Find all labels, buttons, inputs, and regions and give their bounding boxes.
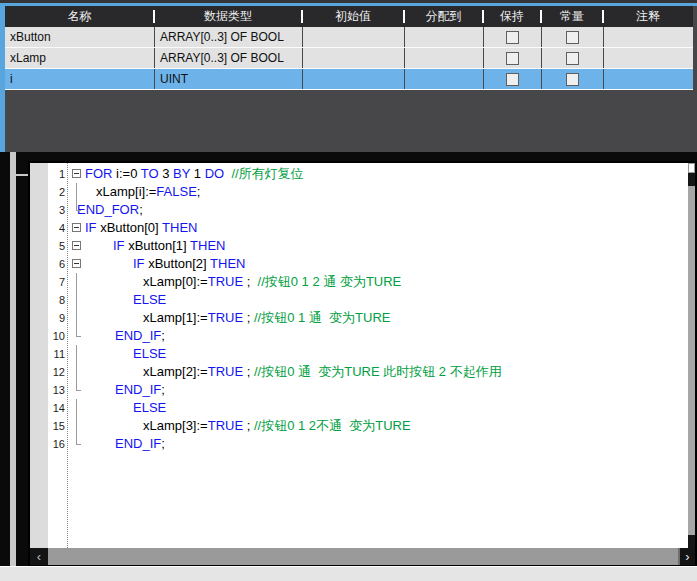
scroll-down-button[interactable] <box>688 535 695 548</box>
code-line-body[interactable]: ELSE <box>72 345 687 363</box>
st-code-editor[interactable]: 1FOR i:=0 TO 3 BY 1 DO //所有灯复位2xLamp[i]:… <box>28 161 697 567</box>
variable-row[interactable]: xButtonARRAY[0..3] OF BOOL <box>5 27 693 48</box>
column-header-5[interactable]: 保持 <box>483 6 541 27</box>
code-text: xLamp[1]:=TRUE ; //按钮0 1 通 变为TURE <box>143 310 390 325</box>
code-segment-pl: 3 <box>159 166 173 181</box>
code-line[interactable]: 3END_FOR; <box>30 201 687 219</box>
code-line-body[interactable]: END_IF; <box>72 327 687 345</box>
constant-cell <box>541 69 603 89</box>
fold-collapse-icon[interactable] <box>72 259 81 268</box>
retain-checkbox[interactable] <box>506 73 519 86</box>
code-line-body[interactable]: xLamp[3]:=TRUE ; //按钮0 1 2不通 变为TURE <box>72 417 687 435</box>
code-segment-kw: TRUE <box>208 418 243 433</box>
fold-collapse-icon[interactable] <box>72 169 81 178</box>
code-line[interactable]: 9xLamp[1]:=TRUE ; //按钮0 1 通 变为TURE <box>30 309 687 327</box>
code-line-body[interactable]: xLamp[i]:=FALSE; <box>72 183 687 201</box>
code-segment-kw: THEN <box>210 256 245 271</box>
code-segment-cm: //按钮0 通 变为TURE 此时按钮 2 不起作用 <box>254 364 502 379</box>
column-header-4[interactable]: 分配到 <box>404 6 483 27</box>
type-cell-text: UINT <box>160 72 188 86</box>
type-cell: UINT <box>154 69 302 89</box>
code-line[interactable]: 6IF xButton[2] THEN <box>30 255 687 273</box>
code-line-body[interactable]: END_FOR; <box>72 201 687 219</box>
code-line-body[interactable]: FOR i:=0 TO 3 BY 1 DO //所有灯复位 <box>72 165 687 183</box>
code-line-body[interactable]: END_IF; <box>72 381 687 399</box>
code-segment-pl: ; <box>243 274 257 289</box>
code-line-body[interactable]: xLamp[1]:=TRUE ; //按钮0 1 通 变为TURE <box>72 309 687 327</box>
horizontal-scrollbar[interactable]: ‹ › <box>30 548 695 565</box>
column-header-6[interactable]: 常量 <box>541 6 603 27</box>
vertical-scrollbar[interactable] <box>688 163 695 548</box>
fold-indent-guide <box>72 363 82 381</box>
code-lines[interactable]: 1FOR i:=0 TO 3 BY 1 DO //所有灯复位2xLamp[i]:… <box>30 165 687 453</box>
fold-indent-guide <box>72 345 82 363</box>
code-line[interactable]: 13END_IF; <box>30 381 687 399</box>
vertical-scrollbar-thumb[interactable] <box>688 173 695 186</box>
vertical-scrollbar-track[interactable] <box>688 186 695 535</box>
horizontal-scrollbar-thumb[interactable] <box>48 548 678 565</box>
constant-checkbox[interactable] <box>566 73 579 86</box>
column-header-label: 初始值 <box>335 8 371 25</box>
code-line[interactable]: 8ELSE <box>30 291 687 309</box>
fold-indent-guide <box>72 309 82 327</box>
header-column-separator <box>153 10 155 23</box>
column-header-3[interactable]: 初始值 <box>302 6 404 27</box>
column-header-1[interactable]: 名称 <box>5 6 154 27</box>
code-line[interactable]: 1FOR i:=0 TO 3 BY 1 DO //所有灯复位 <box>30 165 687 183</box>
variable-row[interactable]: iUINT <box>5 69 693 90</box>
fold-collapse-icon[interactable] <box>72 241 81 250</box>
scrollbar-split-handle[interactable] <box>688 163 695 173</box>
code-line-body[interactable]: IF xButton[0] THEN <box>72 219 687 237</box>
name-cell: xLamp <box>5 48 154 68</box>
column-header-7[interactable]: 注释 <box>603 6 693 27</box>
code-line[interactable]: 5IF xButton[1] THEN <box>30 237 687 255</box>
scroll-right-button[interactable]: › <box>680 548 695 565</box>
line-number: 15 <box>30 417 68 435</box>
code-line-body[interactable]: IF xButton[2] THEN <box>72 255 687 273</box>
assign-cell <box>404 27 483 47</box>
code-segment-kw: FALSE <box>156 184 196 199</box>
code-line[interactable]: 4IF xButton[0] THEN <box>30 219 687 237</box>
type-cell-text: ARRAY[0..3] OF BOOL <box>160 51 284 65</box>
fold-collapse-icon[interactable] <box>72 223 81 232</box>
code-segment-kw: DO <box>205 166 225 181</box>
name-cell: i <box>5 69 154 89</box>
code-line[interactable]: 15xLamp[3]:=TRUE ; //按钮0 1 2不通 变为TURE <box>30 417 687 435</box>
code-line[interactable]: 12xLamp[2]:=TRUE ; //按钮0 通 变为TURE 此时按钮 2… <box>30 363 687 381</box>
constant-checkbox[interactable] <box>566 31 579 44</box>
code-line[interactable]: 2xLamp[i]:=FALSE; <box>30 183 687 201</box>
code-segment-pl: xButton[1] <box>125 238 191 253</box>
code-line[interactable]: 16END_IF; <box>30 435 687 453</box>
line-number: 1 <box>30 165 68 183</box>
retain-checkbox[interactable] <box>506 31 519 44</box>
code-text: IF xButton[1] THEN <box>113 238 225 253</box>
code-segment-kw: THEN <box>162 220 197 235</box>
code-text: xLamp[0]:=TRUE ; //按钮0 1 2 通 变为TURE <box>143 274 401 289</box>
code-line-body[interactable]: xLamp[2]:=TRUE ; //按钮0 通 变为TURE 此时按钮 2 不… <box>72 363 687 381</box>
code-section: 1FOR i:=0 TO 3 BY 1 DO //所有灯复位2xLamp[i]:… <box>0 152 697 581</box>
code-line-body[interactable]: ELSE <box>72 399 687 417</box>
code-line-body[interactable]: IF xButton[1] THEN <box>72 237 687 255</box>
line-number: 11 <box>30 345 68 363</box>
code-segment-kw: END_FOR <box>77 202 139 217</box>
code-line[interactable]: 11ELSE <box>30 345 687 363</box>
structure-margin-strip <box>10 152 16 567</box>
code-line[interactable]: 10END_IF; <box>30 327 687 345</box>
code-segment-kw: ELSE <box>133 346 166 361</box>
variable-row[interactable]: xLampARRAY[0..3] OF BOOL <box>5 48 693 69</box>
retain-checkbox[interactable] <box>506 52 519 65</box>
fold-indent-guide <box>72 291 82 309</box>
type-cell-text: ARRAY[0..3] OF BOOL <box>160 30 284 44</box>
code-line[interactable]: 7xLamp[0]:=TRUE ; //按钮0 1 2 通 变为TURE <box>30 273 687 291</box>
code-segment-kw: TRUE <box>208 310 243 325</box>
code-line-body[interactable]: END_IF; <box>72 435 687 453</box>
code-segment-cm: //所有灯复位 <box>231 166 303 181</box>
code-line-body[interactable]: xLamp[0]:=TRUE ; //按钮0 1 2 通 变为TURE <box>72 273 687 291</box>
fold-end-guide <box>72 381 82 399</box>
code-line-body[interactable]: ELSE <box>72 291 687 309</box>
comment-cell <box>603 69 693 89</box>
scroll-left-button[interactable]: ‹ <box>30 548 48 565</box>
code-line[interactable]: 14ELSE <box>30 399 687 417</box>
column-header-2[interactable]: 数据类型 <box>154 6 302 27</box>
constant-checkbox[interactable] <box>566 52 579 65</box>
